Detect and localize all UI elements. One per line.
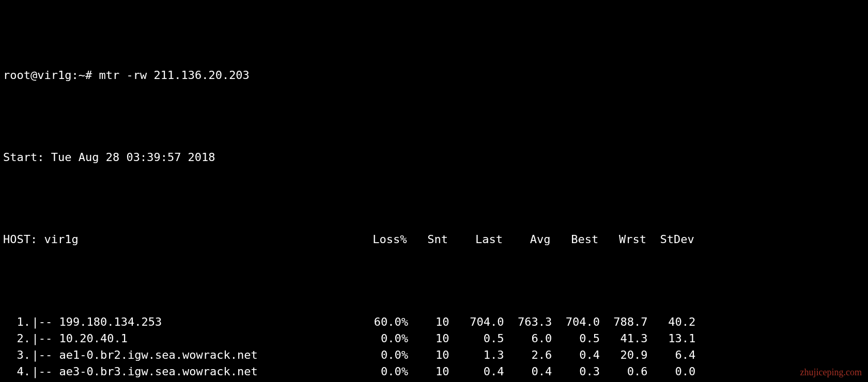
hop-last: 0.5 (450, 330, 504, 347)
header-avg: Avg (503, 231, 551, 248)
hop-stdev: 6.4 (648, 347, 696, 363)
hop-wrst: 20.9 (600, 347, 648, 363)
start-line: Start: Tue Aug 28 03:39:57 2018 (3, 149, 865, 166)
header-wrst: Wrst (598, 231, 646, 248)
mtr-hop-row: 1.|-- 199.180.134.25360.0%10704.0763.370… (3, 314, 865, 330)
hop-index: 1. (3, 314, 30, 330)
terminal-output[interactable]: root@vir1g:~# mtr -rw 211.136.20.203 Sta… (0, 0, 868, 382)
hop-snt: 10 (408, 363, 449, 380)
prompt-sigil: # (85, 67, 92, 84)
hop-snt: 10 (408, 347, 449, 363)
hop-separator: |-- (30, 363, 59, 380)
prompt-path: ~ (79, 67, 85, 84)
hop-wrst: 4.2 (600, 379, 648, 382)
mtr-header-row: HOST: vir1gLoss%SntLastAvgBestWrstStDev (3, 231, 865, 248)
hop-loss: 60.0% (367, 314, 408, 330)
hop-host: ae3-0.br3.igw.sea.wowrack.net (59, 363, 367, 380)
hop-best: 0.9 (552, 379, 600, 382)
prompt-host: vir1g (37, 67, 71, 84)
hop-host: 10.20.40.1 (59, 330, 367, 347)
mtr-hop-row: 5.|-- sea-b2-link.telia.net0.0%101.02.10… (3, 379, 865, 382)
hop-loss: 0.0% (367, 379, 408, 382)
start-text: Start: Tue Aug 28 03:39:57 2018 (3, 149, 215, 166)
hop-avg: 2.1 (504, 379, 552, 382)
hop-index: 4. (3, 363, 30, 380)
hop-index: 5. (3, 379, 30, 382)
hop-stdev: 1.2 (648, 379, 696, 382)
mtr-hop-row: 2.|-- 10.20.40.10.0%100.56.00.541.313.1 (3, 330, 865, 347)
header-host-label: HOST: vir1g (3, 231, 366, 248)
hop-index: 3. (3, 347, 30, 363)
hop-host: ae1-0.br2.igw.sea.wowrack.net (59, 347, 367, 363)
hop-last: 0.4 (450, 363, 504, 380)
header-loss: Loss% (366, 231, 407, 248)
hop-wrst: 788.7 (600, 314, 648, 330)
hop-host: 199.180.134.253 (59, 314, 367, 330)
mtr-hop-row: 3.|-- ae1-0.br2.igw.sea.wowrack.net0.0%1… (3, 347, 865, 363)
hop-separator: |-- (30, 347, 59, 363)
hop-stdev: 0.0 (648, 363, 696, 380)
hop-best: 704.0 (552, 314, 600, 330)
hop-snt: 10 (408, 330, 449, 347)
hop-avg: 2.6 (504, 347, 552, 363)
hop-loss: 0.0% (367, 347, 408, 363)
space (92, 67, 99, 84)
header-stdev: StDev (646, 231, 694, 248)
hop-separator: |-- (30, 379, 59, 382)
hop-index: 2. (3, 330, 30, 347)
command-text: mtr -rw 211.136.20.203 (99, 67, 249, 84)
hop-last: 704.0 (450, 314, 504, 330)
watermark-text: zhujiceping.com (800, 365, 862, 379)
hop-last: 1.3 (450, 347, 504, 363)
hop-stdev: 13.1 (648, 330, 696, 347)
hop-last: 1.0 (450, 379, 504, 382)
header-best: Best (551, 231, 599, 248)
prompt-at: @ (30, 67, 37, 84)
hop-loss: 0.0% (367, 363, 408, 380)
hop-avg: 0.4 (504, 363, 552, 380)
prompt-line: root@vir1g:~# mtr -rw 211.136.20.203 (3, 67, 865, 84)
prompt-colon: : (71, 67, 78, 84)
hop-best: 0.5 (552, 330, 600, 347)
hop-best: 0.4 (552, 347, 600, 363)
mtr-hops: 1.|-- 199.180.134.25360.0%10704.0763.370… (3, 314, 865, 382)
hop-avg: 6.0 (504, 330, 552, 347)
hop-loss: 0.0% (367, 330, 408, 347)
header-last: Last (448, 231, 503, 248)
hop-best: 0.3 (552, 363, 600, 380)
header-snt: Snt (407, 231, 447, 248)
prompt-user: root (3, 67, 30, 84)
hop-stdev: 40.2 (648, 314, 696, 330)
hop-separator: |-- (30, 314, 59, 330)
hop-avg: 763.3 (504, 314, 552, 330)
hop-host: sea-b2-link.telia.net (59, 379, 367, 382)
mtr-hop-row: 4.|-- ae3-0.br3.igw.sea.wowrack.net0.0%1… (3, 363, 865, 380)
hop-snt: 10 (408, 379, 449, 382)
hop-separator: |-- (30, 330, 59, 347)
hop-snt: 10 (408, 314, 449, 330)
hop-wrst: 41.3 (600, 330, 648, 347)
hop-wrst: 0.6 (600, 363, 648, 380)
